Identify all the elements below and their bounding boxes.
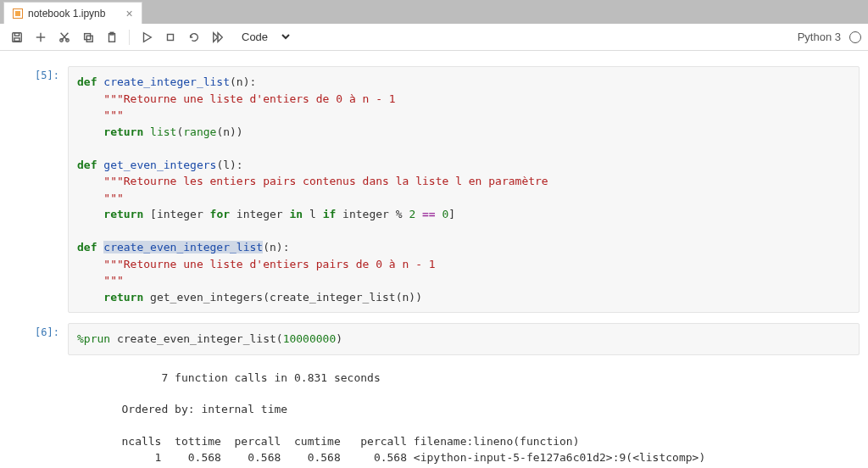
svg-rect-9: [85, 33, 91, 39]
close-icon[interactable]: ×: [125, 7, 132, 20]
code-input[interactable]: def create_integer_list(n): """Retourne …: [68, 66, 860, 313]
cell-type-select[interactable]: Code: [238, 30, 292, 44]
tab-title: notebook 1.ipynb: [28, 8, 105, 20]
cut-button[interactable]: [54, 27, 75, 47]
code-input[interactable]: %prun create_even_integer_list(10000000): [68, 323, 860, 355]
kernel-status-icon: [849, 31, 861, 43]
paste-button[interactable]: [102, 27, 122, 47]
prompt: [6]:: [8, 323, 68, 355]
output-cell: 7 function calls in 0.831 seconds Ordere…: [8, 365, 860, 469]
code-cell: [5]: def create_integer_list(n): """Reto…: [8, 66, 860, 313]
profiler-output: 7 function calls in 0.831 seconds Ordere…: [68, 365, 860, 469]
save-button[interactable]: [7, 27, 27, 47]
interrupt-button[interactable]: [160, 27, 181, 47]
copy-button[interactable]: [78, 27, 98, 47]
svg-rect-10: [86, 36, 92, 42]
notebook-area[interactable]: [5]: def create_integer_list(n): """Reto…: [0, 51, 868, 468]
run-button[interactable]: [136, 27, 157, 47]
tab-notebook[interactable]: notebook 1.ipynb ×: [3, 2, 142, 24]
restart-run-all-button[interactable]: [208, 27, 228, 47]
toolbar: Code Python 3: [0, 24, 868, 51]
svg-marker-13: [144, 32, 152, 42]
tab-bar: notebook 1.ipynb ×: [0, 0, 868, 24]
svg-marker-15: [214, 32, 218, 42]
restart-button[interactable]: [184, 27, 204, 47]
notebook-icon: [13, 8, 23, 19]
output-gutter: [8, 365, 68, 469]
insert-cell-button[interactable]: [31, 27, 51, 47]
prompt: [5]:: [8, 66, 68, 313]
separator: [129, 30, 130, 45]
svg-rect-2: [14, 37, 19, 41]
svg-rect-1: [14, 32, 19, 36]
svg-rect-14: [168, 34, 174, 40]
kernel-name: Python 3: [798, 31, 846, 43]
code-cell: [6]: %prun create_even_integer_list(1000…: [8, 323, 860, 355]
